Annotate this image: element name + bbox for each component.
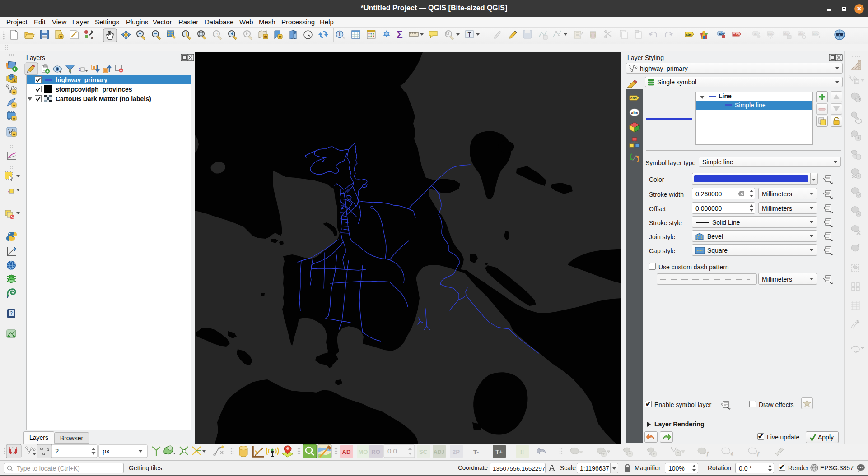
- svg-text:a: a: [91, 35, 93, 40]
- svg-text:abc: abc: [631, 111, 638, 115]
- svg-text:abc: abc: [813, 32, 818, 35]
- svg-text:abc: abc: [733, 32, 739, 37]
- svg-text:✱: ✱: [12, 116, 16, 121]
- svg-text:✱: ✱: [13, 79, 16, 83]
- svg-text:MO: MO: [359, 448, 368, 455]
- svg-text:f: f: [757, 451, 760, 456]
- svg-text:ADJ: ADJ: [434, 449, 444, 455]
- svg-text:SC: SC: [419, 448, 428, 455]
- svg-text:T-: T-: [473, 448, 479, 456]
- svg-text:ab: ab: [719, 32, 723, 35]
- svg-text:0.0: 0.0: [387, 447, 397, 455]
- svg-text:Σ: Σ: [397, 29, 402, 40]
- svg-text:✱: ✱: [12, 90, 16, 95]
- svg-text:abc: abc: [798, 32, 804, 35]
- svg-text:!!: !!: [520, 448, 524, 455]
- svg-text:T: T: [468, 31, 471, 38]
- svg-text:✱: ✱: [264, 35, 267, 39]
- svg-text:T+: T+: [495, 448, 503, 455]
- svg-text:px: px: [103, 447, 110, 455]
- svg-text:✱: ✱: [12, 132, 16, 137]
- svg-text:RO: RO: [371, 448, 380, 455]
- svg-text:abc: abc: [630, 96, 637, 100]
- svg-text:2: 2: [55, 447, 59, 455]
- svg-text:d: d: [731, 451, 733, 456]
- svg-text:f: f: [707, 451, 709, 456]
- svg-text:1:1: 1:1: [214, 32, 219, 36]
- svg-text:2P: 2P: [453, 448, 460, 455]
- svg-text:✱: ✱: [12, 103, 16, 108]
- svg-text:AD: AD: [342, 448, 351, 455]
- svg-text:✱: ✱: [59, 35, 63, 39]
- svg-text:?: ?: [10, 311, 13, 316]
- svg-text:ab: ab: [754, 32, 758, 35]
- svg-text:✱: ✱: [278, 35, 282, 39]
- svg-text:abc: abc: [784, 32, 789, 35]
- svg-text:abc: abc: [686, 32, 692, 37]
- svg-text:abc: abc: [768, 32, 773, 35]
- svg-text:i: i: [339, 32, 340, 37]
